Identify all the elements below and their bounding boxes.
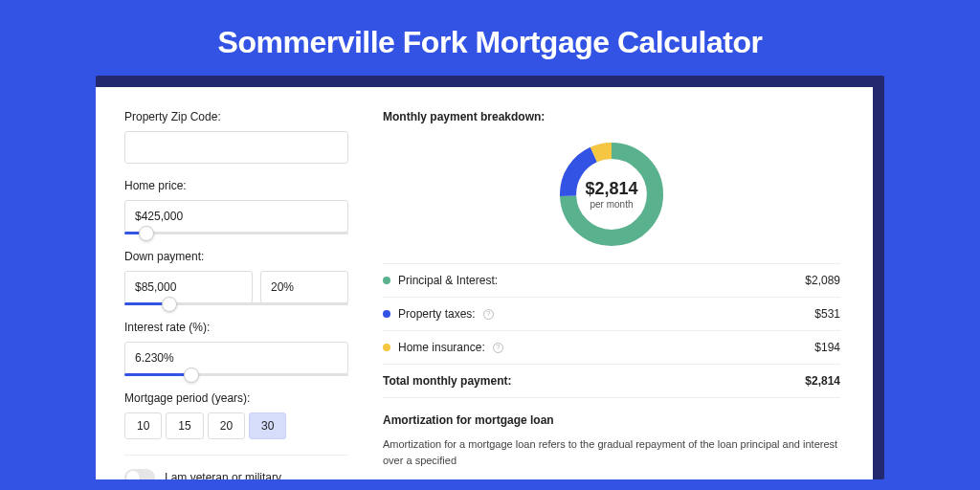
legend-dot-icon: [383, 344, 390, 351]
legend-total-label: Total monthly payment:: [383, 374, 511, 388]
down-payment-label: Down payment:: [124, 250, 348, 263]
period-option-30[interactable]: 30: [249, 412, 286, 439]
legend-row-tax: Property taxes: ?$531: [383, 298, 840, 331]
home-price-label: Home price:: [124, 179, 348, 192]
period-option-10[interactable]: 10: [124, 412, 162, 439]
zip-label: Property Zip Code:: [124, 110, 348, 123]
legend-label: Principal & Interest:: [398, 274, 498, 287]
donut-amount: $2,814: [585, 179, 637, 199]
amortization-section: Amortization for mortgage loan Amortizat…: [383, 398, 840, 468]
mortgage-period-label: Mortgage period (years):: [124, 391, 348, 405]
zip-input[interactable]: [124, 131, 348, 164]
veteran-toggle[interactable]: [124, 469, 155, 479]
legend-row-total: Total monthly payment:$2,814: [383, 365, 840, 398]
legend-value: $194: [814, 341, 840, 354]
amortization-title: Amortization for mortgage loan: [383, 413, 840, 427]
slider-knob[interactable]: [139, 226, 154, 241]
home-price-slider[interactable]: [124, 232, 348, 234]
veteran-label: I am veteran or military: [165, 471, 281, 479]
legend-dot-icon: [383, 310, 390, 318]
info-icon[interactable]: ?: [483, 309, 494, 320]
legend-label: Property taxes:: [398, 307, 476, 321]
legend-value: $531: [814, 307, 840, 321]
legend-total-value: $2,814: [805, 374, 840, 388]
interest-rate-label: Interest rate (%):: [124, 321, 348, 334]
info-icon[interactable]: ?: [493, 343, 503, 353]
interest-rate-slider[interactable]: [124, 373, 348, 376]
legend-row-ins: Home insurance: ?$194: [383, 331, 840, 365]
breakdown-donut-chart: $2,814 per month: [554, 137, 669, 252]
form-panel: Property Zip Code: Home price: Down paym…: [96, 87, 364, 479]
results-panel: Monthly payment breakdown: $2,814 per mo…: [364, 87, 873, 479]
page-title: Sommerville Fork Mortgage Calculator: [0, 0, 980, 76]
slider-knob[interactable]: [162, 297, 177, 312]
breakdown-heading: Monthly payment breakdown:: [383, 110, 840, 123]
legend-dot-icon: [383, 277, 390, 284]
home-price-input[interactable]: [124, 200, 348, 233]
down-payment-amount-input[interactable]: [124, 271, 253, 303]
legend-row-pi: Principal & Interest:$2,089: [383, 264, 840, 298]
period-option-15[interactable]: 15: [166, 412, 203, 439]
donut-unit: per month: [590, 199, 633, 210]
interest-rate-input[interactable]: [124, 342, 348, 374]
amortization-text: Amortization for a mortgage loan refers …: [383, 436, 840, 468]
slider-knob[interactable]: [184, 368, 199, 383]
down-payment-percent-input[interactable]: [260, 271, 348, 303]
down-payment-slider[interactable]: [124, 302, 348, 305]
period-option-20[interactable]: 20: [208, 412, 245, 439]
legend-label: Home insurance:: [398, 341, 485, 354]
legend-value: $2,089: [805, 274, 840, 287]
calculator-card: Property Zip Code: Home price: Down paym…: [96, 87, 873, 479]
